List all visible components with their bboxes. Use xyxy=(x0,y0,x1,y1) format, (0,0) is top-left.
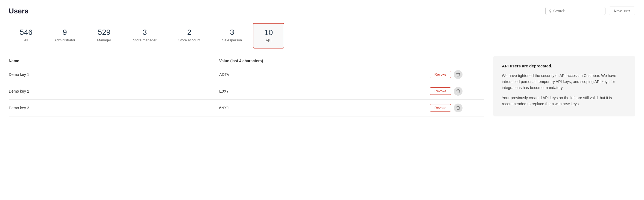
stat-count: 3 xyxy=(143,28,147,37)
row-actions: Revoke xyxy=(430,70,484,79)
row-actions: Revoke xyxy=(430,104,484,112)
stat-count: 3 xyxy=(230,28,234,37)
search-wrapper: ⚲ xyxy=(545,7,605,15)
revoke-button[interactable]: Revoke xyxy=(430,71,451,78)
table-body: Demo key 1 ADTV Revoke Demo key 2 E0X7 R… xyxy=(9,66,484,116)
revoke-button[interactable]: Revoke xyxy=(430,104,451,112)
row-name: Demo key 3 xyxy=(9,106,219,110)
search-icon: ⚲ xyxy=(549,9,552,13)
delete-button[interactable] xyxy=(454,104,462,112)
stat-item-salesperson[interactable]: 3 Salesperson xyxy=(211,23,253,48)
page-header: Users ⚲ New user xyxy=(9,7,635,15)
table-row: Demo key 2 E0X7 Revoke xyxy=(9,83,484,100)
trash-icon xyxy=(456,89,460,93)
row-name: Demo key 1 xyxy=(9,72,219,77)
stat-label: API xyxy=(266,38,271,42)
table-row: Demo key 1 ADTV Revoke xyxy=(9,66,484,83)
row-value: 6NXJ xyxy=(219,106,430,110)
search-input[interactable] xyxy=(553,9,602,13)
stat-item-administrator[interactable]: 9 Administrator xyxy=(43,23,86,48)
col-value-header: Value (last 4 characters) xyxy=(219,59,430,63)
stats-row: 546 All 9 Administrator 529 Manager 3 St… xyxy=(9,23,635,48)
stat-count: 10 xyxy=(264,28,273,37)
table-row: Demo key 3 6NXJ Revoke xyxy=(9,100,484,116)
row-value: ADTV xyxy=(219,72,430,77)
row-value: E0X7 xyxy=(219,89,430,93)
info-panel-text1: We have tightened the security of API ac… xyxy=(502,73,627,91)
stat-item-store-manager[interactable]: 3 Store manager xyxy=(122,23,168,48)
col-name-header: Name xyxy=(9,59,219,63)
stat-item-store-account[interactable]: 2 Store account xyxy=(168,23,211,48)
main-content: Name Value (last 4 characters) Demo key … xyxy=(9,56,635,116)
stat-item-manager[interactable]: 529 Manager xyxy=(86,23,122,48)
stat-label: Store manager xyxy=(133,38,157,42)
header-actions: ⚲ New user xyxy=(545,7,635,15)
info-panel: API users are deprecated. We have tighte… xyxy=(493,56,635,116)
stat-item-api[interactable]: 10 API xyxy=(253,23,284,48)
revoke-button[interactable]: Revoke xyxy=(430,87,451,95)
col-actions-header xyxy=(430,59,484,63)
stat-label: All xyxy=(24,38,28,42)
trash-icon xyxy=(456,106,460,110)
delete-button[interactable] xyxy=(454,70,462,79)
delete-button[interactable] xyxy=(454,87,462,96)
trash-icon xyxy=(456,72,460,77)
row-name: Demo key 2 xyxy=(9,89,219,93)
stat-count: 529 xyxy=(98,28,111,37)
stat-label: Administrator xyxy=(54,38,75,42)
page-title: Users xyxy=(9,7,28,15)
stat-count: 546 xyxy=(20,28,33,37)
stat-label: Manager xyxy=(97,38,111,42)
row-actions: Revoke xyxy=(430,87,484,96)
stat-count: 9 xyxy=(63,28,67,37)
table-section: Name Value (last 4 characters) Demo key … xyxy=(9,56,484,116)
stat-label: Salesperson xyxy=(222,38,242,42)
stat-label: Store account xyxy=(178,38,200,42)
stat-item-all[interactable]: 546 All xyxy=(9,23,43,48)
info-panel-title: API users are deprecated. xyxy=(502,64,627,68)
stat-count: 2 xyxy=(187,28,192,37)
info-panel-text2: Your previously created API keys on the … xyxy=(502,95,627,107)
table-header: Name Value (last 4 characters) xyxy=(9,56,484,66)
new-user-button[interactable]: New user xyxy=(609,7,635,15)
